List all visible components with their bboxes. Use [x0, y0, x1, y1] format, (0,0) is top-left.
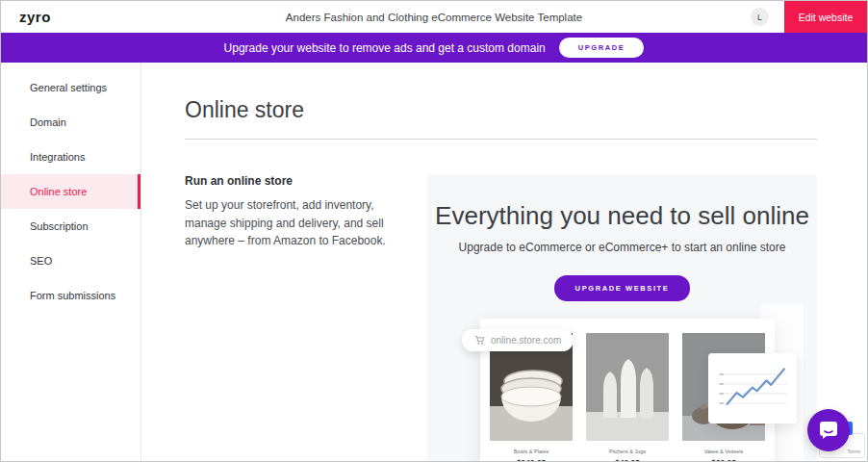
- promo-heading: Everything you need to sell online: [427, 201, 817, 231]
- product-name: Vases & Vessels: [682, 449, 765, 454]
- intro-heading: Run an online store: [185, 174, 387, 188]
- settings-sidebar: General settings Domain Integrations Onl…: [1, 63, 141, 462]
- product-tile: Bowls & Plates $242.98: [490, 333, 573, 462]
- product-tile: Pitchers & Jugs $42.98: [586, 333, 669, 462]
- main-content: Online store Run an online store Set up …: [141, 63, 867, 462]
- promo-subheading: Upgrade to eCommerce or eCommerce+ to st…: [427, 241, 817, 254]
- cart-icon: [474, 335, 485, 346]
- sidebar-item-subscription[interactable]: Subscription: [1, 209, 140, 244]
- terms-label[interactable]: Terms: [847, 449, 860, 454]
- product-price: $42.98: [586, 458, 669, 462]
- sidebar-item-online-store[interactable]: Online store: [1, 174, 140, 209]
- upgrade-button[interactable]: UPGRADE: [559, 38, 645, 58]
- sidebar-item-domain[interactable]: Domain: [1, 105, 140, 140]
- ecommerce-promo-panel: Everything you need to sell online Upgra…: [427, 174, 817, 462]
- upgrade-website-button[interactable]: UPGRADE WEBSITE: [554, 275, 691, 301]
- sidebar-item-seo[interactable]: SEO: [1, 244, 140, 278]
- page-title: Online store: [185, 97, 817, 123]
- chat-bubble-icon: [818, 421, 839, 440]
- sidebar-item-general-settings[interactable]: General settings: [1, 70, 140, 105]
- avatar[interactable]: L: [751, 8, 769, 26]
- product-image-pitchers: [586, 333, 669, 441]
- store-url-pill: online.store.com: [462, 329, 574, 351]
- chat-button[interactable]: [807, 409, 850, 451]
- top-bar: zyro Anders Fashion and Clothing eCommer…: [1, 1, 867, 33]
- sidebar-item-form-submissions[interactable]: Form submissions: [1, 278, 140, 313]
- product-price: $69.98: [682, 458, 765, 462]
- upgrade-banner-text: Upgrade your website to remove ads and g…: [224, 41, 546, 55]
- store-url-text: online.store.com: [491, 335, 561, 346]
- intro-column: Run an online store Set up your storefro…: [185, 174, 387, 462]
- sidebar-item-integrations[interactable]: Integrations: [1, 140, 140, 174]
- product-price: $242.98: [490, 458, 573, 462]
- zyro-logo: zyro: [1, 9, 51, 25]
- sparkline-chart: [713, 360, 792, 417]
- product-name: Bowls & Plates: [490, 449, 573, 454]
- title-divider: [185, 139, 817, 140]
- intro-description: Set up your storefront, add inventory, m…: [185, 196, 387, 250]
- site-title: Anders Fashion and Clothing eCommerce We…: [1, 12, 867, 23]
- edit-website-button[interactable]: Edit website: [784, 1, 867, 33]
- product-name: Pitchers & Jugs: [586, 449, 669, 454]
- sales-chart-card: [708, 353, 797, 424]
- upgrade-banner: Upgrade your website to remove ads and g…: [1, 33, 867, 63]
